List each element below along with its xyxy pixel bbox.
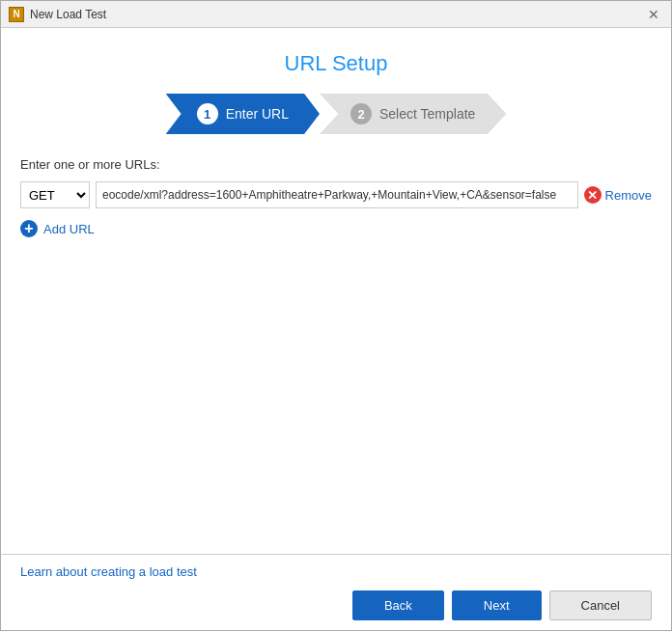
learn-link[interactable]: Learn about creating a load test	[20, 564, 197, 579]
form-area: Enter one or more URLs: GET POST PUT DEL…	[1, 157, 671, 356]
step1-number: 1	[197, 103, 218, 124]
button-row: Back Next Cancel	[20, 590, 652, 620]
steps-bar: 1 Enter URL 2 Select Template	[1, 94, 671, 134]
remove-button[interactable]: ✕ Remove	[584, 186, 652, 204]
url-input[interactable]	[96, 181, 578, 208]
form-label: Enter one or more URLs:	[20, 157, 652, 172]
step-select-template[interactable]: 2 Select Template	[320, 94, 506, 134]
add-icon: +	[20, 220, 38, 237]
step1-label: Enter URL	[226, 106, 289, 122]
step-enter-url[interactable]: 1 Enter URL	[166, 94, 320, 134]
main-window: N New Load Test ✕ URL Setup 1 Enter URL …	[0, 0, 672, 631]
step2-label: Select Template	[379, 106, 475, 122]
bottom-bar: Learn about creating a load test Back Ne…	[1, 554, 671, 630]
remove-icon: ✕	[584, 186, 602, 204]
next-button[interactable]: Next	[452, 590, 542, 620]
title-bar: N New Load Test ✕	[1, 1, 671, 28]
window-title: New Load Test	[30, 8, 644, 21]
back-button[interactable]: Back	[352, 590, 444, 620]
method-select[interactable]: GET POST PUT DELETE HEAD	[20, 181, 90, 208]
add-url-button[interactable]: + Add URL	[20, 220, 652, 237]
step2-number: 2	[350, 103, 372, 124]
close-button[interactable]: ✕	[644, 5, 663, 24]
add-url-label: Add URL	[43, 222, 95, 236]
app-icon: N	[9, 7, 24, 22]
cancel-button[interactable]: Cancel	[549, 590, 652, 620]
url-row: GET POST PUT DELETE HEAD ✕ Remove	[20, 181, 652, 208]
page-title: URL Setup	[1, 28, 671, 94]
content-area: URL Setup 1 Enter URL 2 Select Template …	[1, 28, 671, 630]
spacer	[1, 356, 671, 555]
remove-label: Remove	[605, 188, 652, 203]
